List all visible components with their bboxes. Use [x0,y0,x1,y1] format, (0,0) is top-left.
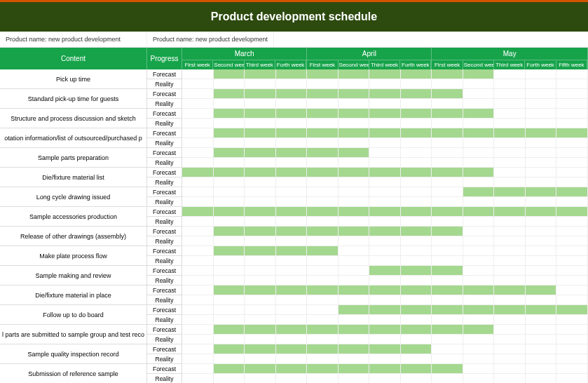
gantt-cell [245,305,276,315]
gantt-cell [214,187,245,197]
gantt-cell [339,344,370,354]
gantt-cell [369,335,401,344]
gantt-cell [463,99,495,109]
gantt-cell [432,79,463,89]
gantt-cell [307,246,339,256]
gantt-cell [463,315,495,325]
gantt-cell [182,276,214,285]
gantt-cell [245,79,276,89]
task-row: Sample accessories productionForecastRea… [0,207,588,227]
gantt-cell [556,217,588,227]
gantt-cell [463,168,495,177]
gantt-cell [245,217,276,227]
gantt-cell [463,227,495,236]
task-name: Pick up time [0,69,147,89]
task-name: Sample accessories production [0,207,147,227]
gantt-cell [339,168,370,177]
week-header: Third week [494,60,525,69]
gantt-cell [526,79,557,89]
week-header: First week [307,60,338,69]
info-row: Product name: new product development Pr… [0,32,588,48]
gantt-cell [339,295,370,305]
month-header: MayFirst weekSecond weekThird weekForth … [432,48,588,69]
gantt-cell [432,315,463,325]
gantt-cell [214,315,245,325]
gantt-cell [556,148,588,158]
gantt-cell [276,364,308,374]
progress-row-forecast: Forecast [147,148,588,158]
gantt-cell [432,217,463,227]
gantt-cell [401,276,432,285]
task-row: Sample making and reviewForecastReality [0,266,588,285]
gantt-cell [307,256,339,266]
gantt-cell [214,285,245,295]
gantt-cell [526,158,557,168]
progress-row-reality: Reality [147,197,588,207]
gantt-cell [182,256,214,266]
gantt-cell [526,138,557,148]
gantt-cell [245,89,276,99]
gantt-cell [339,69,370,79]
gantt-cell [369,315,401,325]
gantt-cell [214,236,245,246]
gantt-cell [214,119,245,128]
gantt-cell [494,177,526,187]
gantt-cell [276,89,308,99]
gantt-cell [182,315,214,325]
gantt-cell [182,344,214,354]
progress-row-reality: Reality [147,217,588,227]
gantt-cell [276,374,308,383]
gantt-cell [556,227,588,236]
gantt-cell [369,295,401,305]
gantt-cell [276,79,308,89]
gantt-cell [339,217,370,227]
gantt-cell [463,158,495,168]
gantt-cell [276,354,308,364]
gantt-cell [245,276,276,285]
gantt-cell [214,128,245,138]
gantt-cell [214,295,245,305]
task-row: Pick up timeForecastReality [0,69,588,89]
gantt-cell [556,158,588,168]
week-header: First week [182,60,213,69]
progress-label: Forecast [147,89,182,99]
task-row: Long cycle drawing issuedForecastReality [0,187,588,207]
gantt-cell [182,138,214,148]
task-row: Sample parts preparationForecastReality [0,148,588,168]
gantt-cell [307,276,339,285]
gantt-cell [556,109,588,119]
gantt-cell [401,305,432,315]
progress-row-reality: Reality [147,354,588,364]
gantt-cell [307,79,339,89]
gantt-cell [369,138,401,148]
progress-label: Reality [147,119,182,128]
gantt-cell [182,158,214,168]
gantt-cell [556,364,588,374]
gantt-cell [307,305,339,315]
gantt-cell [432,227,463,236]
gantt-cell [245,374,276,383]
week-header: Third week [245,60,275,69]
gantt-cell [556,89,588,99]
progress-row-forecast: Forecast [147,69,588,79]
gantt-cell [276,109,308,119]
gantt-cell [432,374,463,383]
gantt-cell [339,79,370,89]
gantt-cell [432,168,463,177]
gantt-cell [369,168,401,177]
gantt-cell [463,109,495,119]
gantt-cell [307,177,339,187]
gantt-cell [245,138,276,148]
gantt-cell [526,148,557,158]
gantt-cell [182,187,214,197]
gantt-cell [432,335,463,344]
task-row: Structure and process discussion and ske… [0,109,588,128]
gantt-cell [401,285,432,295]
gantt-cell [526,69,557,79]
gantt-cell [307,99,339,109]
gantt-cell [401,364,432,374]
gantt-cell [494,315,526,325]
gantt-cell [494,89,526,99]
gantt-cell [214,364,245,374]
gantt-cell [463,325,495,335]
